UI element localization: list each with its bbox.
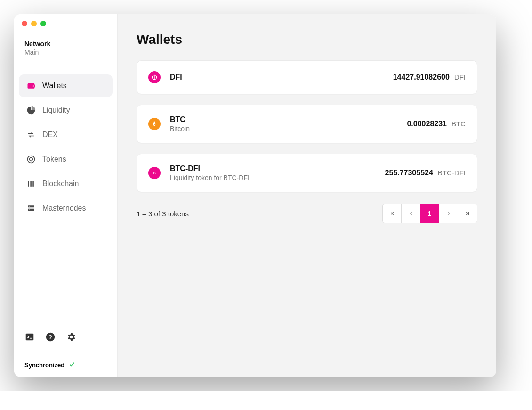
minimize-window-button[interactable] — [31, 21, 37, 26]
token-subtitle: Liquidity token for BTC-DFI — [170, 174, 385, 181]
wallet-icon — [26, 81, 36, 90]
sidebar-item-masternodes[interactable]: Masternodes — [19, 197, 113, 220]
page-prev-button[interactable] — [402, 204, 420, 223]
sidebar-item-label: Masternodes — [42, 204, 86, 213]
lp-token-icon: B — [148, 167, 161, 179]
token-meta: BTC-DFI Liquidity token for BTC-DFI — [170, 164, 385, 181]
sidebar-item-label: DEX — [42, 131, 58, 139]
sidebar-item-blockchain[interactable]: Blockchain — [19, 172, 113, 195]
page-number-button[interactable]: 1 — [420, 204, 439, 223]
sync-label: Synchronized — [24, 361, 64, 369]
svg-rect-6 — [30, 181, 32, 187]
sidebar-item-label: Wallets — [42, 82, 67, 90]
sidebar-item-label: Tokens — [42, 155, 66, 164]
wallet-card-btc-dfi[interactable]: B BTC-DFI Liquidity token for BTC-DFI 25… — [137, 154, 477, 192]
maximize-window-button[interactable] — [40, 21, 46, 26]
token-amount: 14427.91082600 — [393, 73, 450, 82]
token-unit: BTC — [451, 120, 466, 128]
token-icon — [26, 155, 36, 164]
main-content: Wallets DFI 14427.91082600 DFI ₿ — [118, 14, 496, 377]
page-title: Wallets — [137, 32, 477, 47]
svg-rect-7 — [32, 181, 34, 187]
bars-icon — [26, 179, 36, 189]
token-symbol: DFI — [170, 73, 393, 82]
token-meta: BTC Bitcoin — [170, 115, 407, 132]
app-window: Network Main Wallets Liquidity DEX — [14, 14, 496, 377]
svg-rect-5 — [28, 181, 29, 187]
pie-icon — [26, 106, 36, 115]
network-label: Network — [24, 40, 107, 48]
token-balance: 255.77305524 BTC-DFI — [385, 169, 466, 177]
swap-icon — [26, 130, 36, 139]
network-value: Main — [24, 49, 107, 56]
token-balance: 0.00028231 BTC — [407, 120, 466, 128]
sidebar-bottom-icons: ? — [14, 327, 117, 353]
pagination: 1 — [382, 204, 477, 223]
token-unit: DFI — [454, 73, 466, 81]
token-amount: 255.77305524 — [385, 169, 433, 177]
svg-point-10 — [29, 206, 30, 207]
check-icon — [68, 361, 76, 369]
help-icon[interactable]: ? — [45, 332, 56, 342]
pagination-summary: 1 – 3 of 3 tokens — [137, 210, 189, 218]
list-footer: 1 – 3 of 3 tokens 1 — [137, 204, 477, 223]
sidebar: Network Main Wallets Liquidity DEX — [14, 14, 118, 377]
svg-point-4 — [30, 158, 33, 161]
server-icon — [26, 204, 36, 213]
svg-text:?: ? — [48, 334, 52, 341]
sidebar-item-label: Blockchain — [42, 180, 79, 188]
wallet-card-btc[interactable]: ₿ BTC Bitcoin 0.00028231 BTC — [137, 105, 477, 143]
dfi-token-icon — [148, 71, 161, 83]
close-window-button[interactable] — [22, 21, 27, 26]
btc-token-icon: ₿ — [148, 118, 161, 130]
sidebar-item-label: Liquidity — [42, 106, 70, 115]
sync-status: Synchronized — [14, 353, 117, 377]
token-subtitle: Bitcoin — [170, 125, 407, 132]
page-next-button[interactable] — [439, 204, 458, 223]
token-meta: DFI — [170, 73, 393, 82]
sidebar-nav: Wallets Liquidity DEX Tokens — [14, 65, 117, 327]
sidebar-item-wallets[interactable]: Wallets — [19, 74, 113, 97]
sidebar-item-tokens[interactable]: Tokens — [19, 148, 113, 171]
console-icon[interactable] — [24, 332, 35, 342]
token-symbol: BTC-DFI — [170, 164, 385, 173]
svg-point-2 — [32, 86, 33, 87]
token-balance: 14427.91082600 DFI — [393, 73, 466, 82]
svg-text:₿: ₿ — [153, 121, 156, 126]
token-symbol: BTC — [170, 115, 407, 124]
svg-point-3 — [28, 156, 35, 163]
token-amount: 0.00028231 — [407, 120, 447, 128]
wallet-list: DFI 14427.91082600 DFI ₿ BTC Bitcoin 0.0… — [137, 60, 477, 192]
sidebar-item-dex[interactable]: DEX — [19, 123, 113, 146]
token-unit: BTC-DFI — [438, 169, 466, 177]
page-last-button[interactable] — [458, 204, 477, 223]
settings-icon[interactable] — [66, 332, 76, 342]
window-controls — [22, 21, 46, 26]
wallet-card-dfi[interactable]: DFI 14427.91082600 DFI — [137, 60, 477, 94]
page-first-button[interactable] — [383, 204, 402, 223]
svg-point-11 — [29, 209, 30, 210]
svg-rect-12 — [26, 334, 34, 341]
sidebar-item-liquidity[interactable]: Liquidity — [19, 99, 113, 122]
